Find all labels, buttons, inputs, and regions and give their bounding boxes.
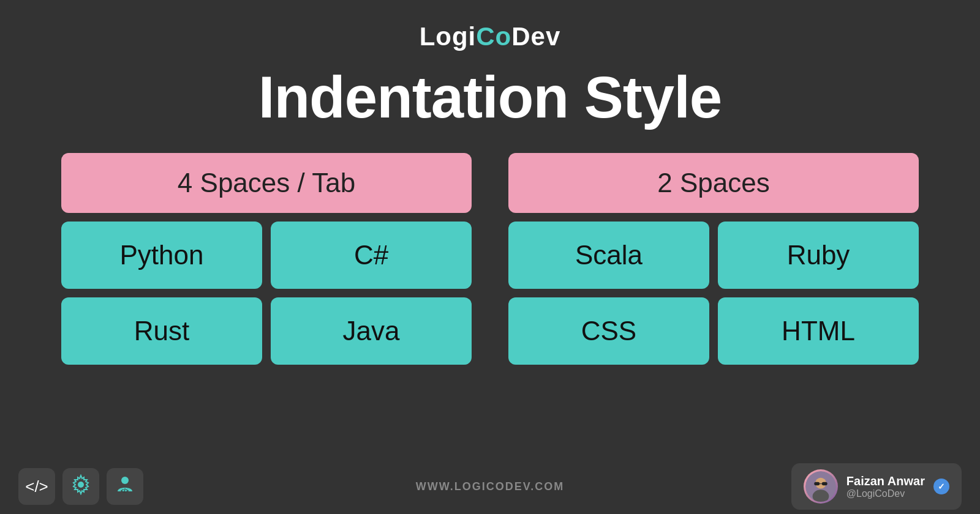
content-area: 4 Spaces / Tab Python C# Rust Java 2 Spa… — [61, 153, 919, 365]
logo-part3: Dev — [511, 22, 560, 51]
svg-rect-6 — [814, 482, 820, 485]
logo: LogiCoDev — [420, 22, 561, 51]
user-handle: @LogiCoDev — [846, 488, 925, 499]
code-icon-box: </> — [18, 468, 55, 505]
lang-css: CSS — [508, 297, 709, 365]
user-info: Faizan Anwar @LogiCoDev — [846, 474, 925, 499]
svg-rect-7 — [822, 482, 827, 485]
svg-point-1 — [121, 477, 129, 484]
main-title: Indentation Style — [258, 64, 722, 131]
gear-icon — [70, 474, 91, 499]
logo-part2: Co — [476, 22, 511, 51]
lang-rust: Rust — [61, 297, 262, 365]
code-icon: </> — [25, 477, 48, 496]
lang-html: HTML — [718, 297, 919, 365]
lang-csharp: C# — [271, 222, 472, 289]
bottom-icons: </> </> — [18, 468, 143, 505]
left-lang-grid: Python C# Rust Java — [61, 222, 472, 365]
lang-scala: Scala — [508, 222, 709, 289]
logo-part1: Logi — [420, 22, 477, 51]
user-name: Faizan Anwar — [846, 474, 925, 488]
user-card: Faizan Anwar @LogiCoDev ✓ — [791, 463, 962, 510]
right-column: 2 Spaces Scala Ruby CSS HTML — [508, 153, 919, 365]
right-category-header: 2 Spaces — [508, 153, 919, 213]
lang-ruby: Ruby — [718, 222, 919, 289]
gear-icon-box — [62, 468, 99, 505]
lang-python: Python — [61, 222, 262, 289]
verified-badge: ✓ — [933, 479, 949, 494]
right-lang-grid: Scala Ruby CSS HTML — [508, 222, 919, 365]
person-icon-box: </> — [107, 468, 143, 505]
footer: </> </> WWW.LOGICODEV.COM — [0, 459, 980, 514]
person-code-icon: </> — [115, 474, 135, 499]
svg-point-0 — [78, 482, 84, 488]
avatar — [804, 469, 838, 504]
left-column: 4 Spaces / Tab Python C# Rust Java — [61, 153, 472, 365]
website-url: WWW.LOGICODEV.COM — [416, 480, 564, 493]
svg-text:</>: </> — [121, 488, 129, 494]
lang-java: Java — [271, 297, 472, 365]
left-category-header: 4 Spaces / Tab — [61, 153, 472, 213]
